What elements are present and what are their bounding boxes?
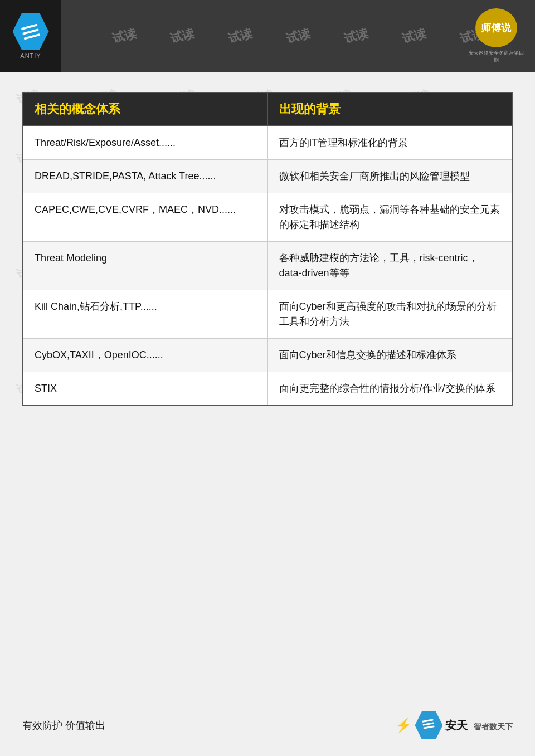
data-table: 相关的概念体系 出现的背景 Threat/Risk/Exposure/Asset… xyxy=(22,92,513,406)
col1-header: 相关的概念体系 xyxy=(23,92,268,126)
table-row: DREAD,STRIDE,PASTA, Attack Tree......微软和… xyxy=(23,160,512,193)
lightning-icon: ⚡ xyxy=(395,718,412,733)
watermark-4: 试读 xyxy=(284,25,312,47)
logo-text: ANTIY xyxy=(20,52,41,59)
table-row: Kill Chain,钻石分析,TTP......面向Cyber和更高强度的攻击… xyxy=(23,290,512,339)
table-cell-col2: 各种威胁建模的方法论，工具，risk-centric，data-driven等等 xyxy=(268,242,512,290)
footer-logo-sub: 智者数天下 xyxy=(474,722,513,731)
table-row: CybOX,TAXII，OpenIOC......面向Cyber和信息交换的描述… xyxy=(23,339,512,372)
main-content: 相关的概念体系 出现的背景 Threat/Risk/Exposure/Asset… xyxy=(22,92,513,406)
logo-area: ANTIY xyxy=(0,0,61,72)
logo-lines xyxy=(21,23,41,40)
table-row: CAPEC,CWE,CVE,CVRF，MAEC，NVD......对攻击模式，脆… xyxy=(23,193,512,242)
table-cell-col2: 微软和相关安全厂商所推出的风险管理模型 xyxy=(268,160,512,193)
table-cell-col1: Kill Chain,钻石分析,TTP...... xyxy=(23,290,268,339)
watermark-6: 试读 xyxy=(400,25,428,47)
footer-logo-icon-inner xyxy=(422,719,435,731)
table-cell-col1: DREAD,STRIDE,PASTA, Attack Tree...... xyxy=(23,160,268,193)
table-cell-col2: 西方的IT管理和标准化的背景 xyxy=(268,126,512,160)
footer-slogan: 有效防护 价值输出 xyxy=(22,719,105,732)
watermark-3: 试读 xyxy=(226,25,254,47)
footer-icon-line-3 xyxy=(424,725,435,729)
watermark-1: 试读 xyxy=(110,25,138,47)
logo-hexagon xyxy=(13,13,49,50)
footer-logo: ⚡ 安天 智者数天下 xyxy=(395,711,513,739)
table-body: Threat/Risk/Exposure/Asset......西方的IT管理和… xyxy=(23,126,512,406)
footer-logo-name-text: 安天 xyxy=(445,719,468,731)
table-row: Threat/Risk/Exposure/Asset......西方的IT管理和… xyxy=(23,126,512,160)
table-cell-col1: CybOX,TAXII，OpenIOC...... xyxy=(23,339,268,372)
table-cell-col1: Threat Modeling xyxy=(23,242,268,290)
table-cell-col2: 面向更完整的综合性的情报分析/作业/交换的体系 xyxy=(268,372,512,406)
table-row: STIX面向更完整的综合性的情报分析/作业/交换的体系 xyxy=(23,372,512,406)
table-cell-col2: 面向Cyber和信息交换的描述和标准体系 xyxy=(268,339,512,372)
header-watermarks: 试读 试读 试读 试读 试读 试读 试读 xyxy=(61,28,535,45)
page-footer: 有效防护 价值输出 ⚡ 安天 智者数天下 xyxy=(22,711,513,739)
watermark-5: 试读 xyxy=(342,25,370,47)
table-cell-col2: 面向Cyber和更高强度的攻击和对抗的场景的分析工具和分析方法 xyxy=(268,290,512,339)
right-logo-circle: 师傅说 xyxy=(475,8,517,47)
table-cell-col1: CAPEC,CWE,CVE,CVRF，MAEC，NVD...... xyxy=(23,193,268,242)
table-row: Threat Modeling各种威胁建模的方法论，工具，risk-centri… xyxy=(23,242,512,290)
table-header-row: 相关的概念体系 出现的背景 xyxy=(23,92,512,126)
table-cell-col1: STIX xyxy=(23,372,268,406)
right-logo-subtitle: 安天网络安全冬训营第四期 xyxy=(468,50,524,64)
col2-header: 出现的背景 xyxy=(268,92,512,126)
footer-logo-icon xyxy=(415,711,442,739)
footer-logo-name: 安天 智者数天下 xyxy=(445,718,513,733)
table-cell-col2: 对攻击模式，脆弱点，漏洞等各种基础的安全元素的标定和描述结构 xyxy=(268,193,512,242)
watermark-2: 试读 xyxy=(168,25,196,47)
page-header: ANTIY 试读 试读 试读 试读 试读 试读 试读 师傅说 安天网络安全冬训营… xyxy=(0,0,535,72)
right-logo-inner: 师傅说 xyxy=(481,21,511,35)
header-right-logo: 师傅说 安天网络安全冬训营第四期 xyxy=(468,8,524,64)
table-cell-col1: Threat/Risk/Exposure/Asset...... xyxy=(23,126,268,160)
